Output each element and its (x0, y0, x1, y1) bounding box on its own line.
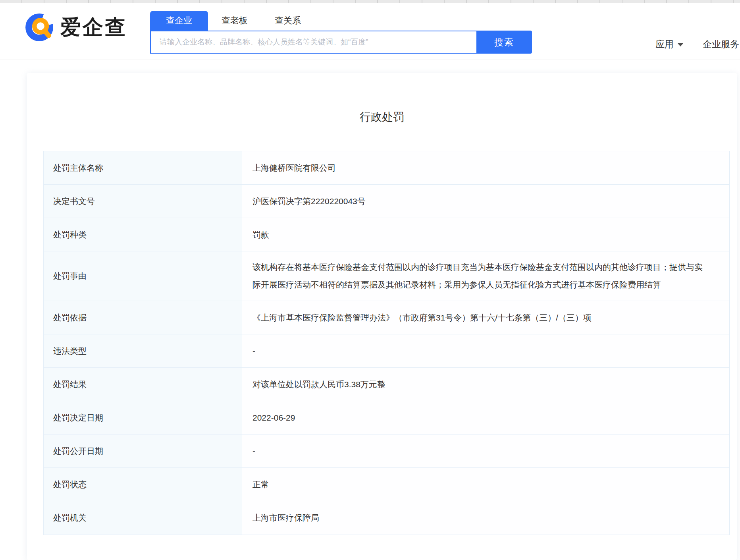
table-row: 处罚种类 罚款 (44, 218, 729, 251)
nav-enterprise-services-label: 企业服务 (703, 38, 739, 50)
search-input[interactable] (150, 31, 476, 54)
table-row: 违法类型 - (44, 334, 729, 368)
penalty-detail-card: 行政处罚 处罚主体名称 上海健桥医院有限公司 决定书文号 沪医保罚决字第2220… (27, 73, 737, 560)
table-row: 处罚机关 上海市医疗保障局 (44, 501, 729, 535)
row-value: - (242, 434, 729, 467)
row-label: 处罚事由 (44, 251, 242, 301)
aiqicha-logo-icon (24, 12, 55, 43)
browser-edge-strip (0, 0, 740, 3)
row-value: 上海市医疗保障局 (242, 501, 729, 535)
tab-search-company[interactable]: 查企业 (150, 11, 208, 31)
logo-link[interactable]: 爱企查 (24, 12, 127, 43)
row-label: 处罚依据 (44, 301, 242, 334)
row-value: 上海健桥医院有限公司 (242, 151, 729, 184)
row-label: 处罚种类 (44, 218, 242, 251)
table-row: 处罚结果 对该单位处以罚款人民币3.38万元整 (44, 368, 729, 401)
row-value: - (242, 334, 729, 367)
nav-divider (693, 40, 693, 49)
top-nav: 应用 企业服务 (655, 38, 739, 50)
table-row: 处罚依据 《上海市基本医疗保险监督管理办法》（市政府第31号令）第十六/十七条第… (44, 301, 729, 334)
row-value: 罚款 (242, 218, 729, 251)
row-label: 决定书文号 (44, 185, 242, 218)
row-label: 违法类型 (44, 334, 242, 367)
row-label: 处罚状态 (44, 468, 242, 501)
nav-apps[interactable]: 应用 (655, 38, 683, 50)
row-label: 处罚决定日期 (44, 401, 242, 434)
chevron-down-icon (678, 43, 683, 46)
table-row: 处罚事由 该机构存在将基本医疗保险基金支付范围以内的诊疗项目充当为基本医疗保险基… (44, 251, 729, 301)
row-value: 该机构存在将基本医疗保险基金支付范围以内的诊疗项目充当为基本医疗保险基金支付范围… (242, 251, 729, 301)
table-row: 决定书文号 沪医保罚决字第2220220043号 (44, 185, 729, 218)
row-label: 处罚主体名称 (44, 151, 242, 184)
penalty-detail-table: 处罚主体名称 上海健桥医院有限公司 决定书文号 沪医保罚决字第222022004… (43, 151, 730, 535)
nav-enterprise-services[interactable]: 企业服务 (703, 38, 739, 50)
tab-search-relation[interactable]: 查关系 (261, 11, 314, 31)
table-row: 处罚决定日期 2022-06-29 (44, 401, 729, 434)
search-button[interactable]: 搜索 (476, 31, 532, 54)
search-tabs: 查企业 查老板 查关系 (150, 10, 532, 31)
row-value: 沪医保罚决字第2220220043号 (242, 185, 729, 218)
row-label: 处罚公开日期 (44, 434, 242, 467)
row-value: 对该单位处以罚款人民币3.38万元整 (242, 368, 729, 401)
row-value: 2022-06-29 (242, 401, 729, 434)
nav-apps-label: 应用 (655, 38, 674, 50)
table-row: 处罚主体名称 上海健桥医院有限公司 (44, 151, 729, 185)
row-value: 正常 (242, 468, 729, 501)
logo-wordmark: 爱企查 (60, 14, 127, 41)
site-header: 爱企查 查企业 查老板 查关系 搜索 应用 企业服务 (0, 3, 740, 60)
page-title: 行政处罚 (27, 73, 737, 125)
table-row: 处罚状态 正常 (44, 468, 729, 501)
tab-search-boss[interactable]: 查老板 (208, 11, 261, 31)
search-block: 查企业 查老板 查关系 搜索 (150, 10, 532, 54)
row-value: 《上海市基本医疗保险监督管理办法》（市政府第31号令）第十六/十七条第（三）/（… (242, 301, 729, 334)
row-label: 处罚机关 (44, 501, 242, 535)
row-label: 处罚结果 (44, 368, 242, 401)
table-row: 处罚公开日期 - (44, 434, 729, 468)
